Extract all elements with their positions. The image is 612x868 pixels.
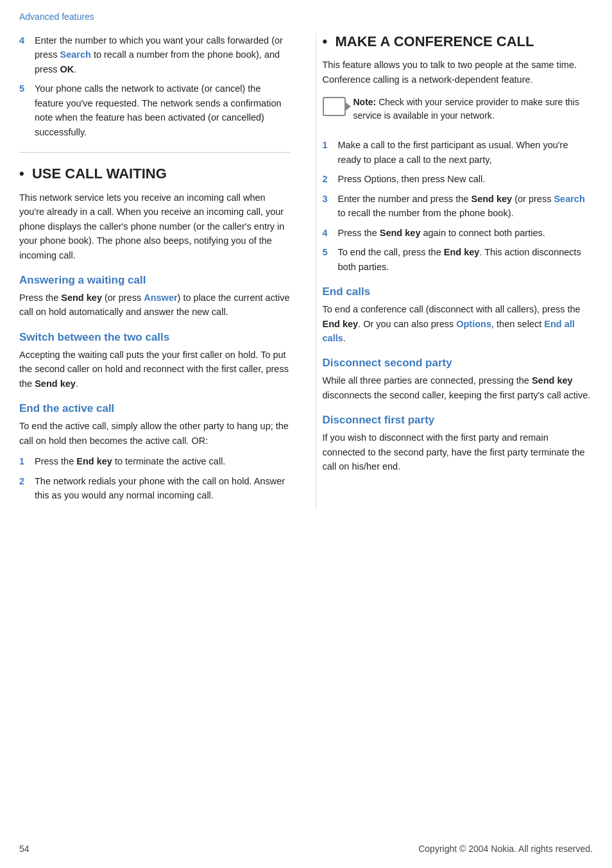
footer: 54 Copyright © 2004 Nokia. All rights re… <box>0 844 612 854</box>
conf-step1-text: Make a call to the first participant as … <box>338 138 593 167</box>
conf-step2-num: 2 <box>323 172 333 186</box>
disc-second-title: Disconnect second party <box>323 357 593 370</box>
conf-step1-num: 1 <box>323 138 333 167</box>
disc-first-text: If you wish to disconnect with the first… <box>323 430 593 473</box>
conf-step4-text: Press the Send key again to connect both… <box>338 226 593 240</box>
page-number: 54 <box>19 844 30 854</box>
end-step2-num: 2 <box>19 474 30 503</box>
end-step1-text: Press the End key to terminate the activ… <box>35 454 290 468</box>
conf-step3-num: 3 <box>323 192 333 221</box>
disc-second-text: While all three parties are connected, p… <box>323 373 593 402</box>
switch-text: Accepting the waiting call puts the your… <box>19 348 290 391</box>
step-4-text: Enter the number to which you want your … <box>35 33 290 76</box>
conf-step5-num: 5 <box>323 245 333 274</box>
end-step2-text: The network redials your phone with the … <box>35 474 290 503</box>
breadcrumb: Advanced features <box>19 12 593 22</box>
conf-step3-text: Enter the number and press the Send key … <box>338 192 593 221</box>
note-icon <box>323 97 346 116</box>
end-active-text: To end the active call, simply allow the… <box>19 419 290 448</box>
step-5-num: 5 <box>19 81 30 139</box>
conf-step4-num: 4 <box>323 226 333 240</box>
switch-title: Switch between the two calls <box>19 331 290 344</box>
answering-title: Answering a waiting call <box>19 274 290 287</box>
make-conf-title: • MAKE A CONFERENCE CALL <box>323 33 593 50</box>
conf-step5-text: To end the call, press the End key. This… <box>338 245 593 274</box>
right-column: • MAKE A CONFERENCE CALL This feature al… <box>316 33 593 509</box>
disc-first-title: Disconnect first party <box>323 414 593 427</box>
note-box: Note: Check with your service provider t… <box>323 96 593 129</box>
use-call-waiting-intro: This network service lets you receive an… <box>19 191 290 262</box>
answering-text: Press the Send key (or press Answer) to … <box>19 291 290 319</box>
end-step1-num: 1 <box>19 454 30 468</box>
end-calls-title: End calls <box>323 285 593 298</box>
end-calls-text: To end a conference call (disconnect wit… <box>323 302 593 345</box>
copyright: Copyright © 2004 Nokia. All rights reser… <box>418 844 593 854</box>
use-call-waiting-title: • USE CALL WAITING <box>19 166 290 182</box>
left-column: 4 Enter the number to which you want you… <box>19 33 296 509</box>
step-4-num: 4 <box>19 33 30 76</box>
step-5-text: Your phone calls the network to activate… <box>35 81 290 139</box>
end-active-title: End the active call <box>19 402 290 415</box>
make-conf-intro: This feature allows you to talk to two p… <box>323 58 593 87</box>
note-text: Note: Check with your service provider t… <box>353 96 593 123</box>
conf-step2-text: Press Options, then press New call. <box>338 172 593 186</box>
